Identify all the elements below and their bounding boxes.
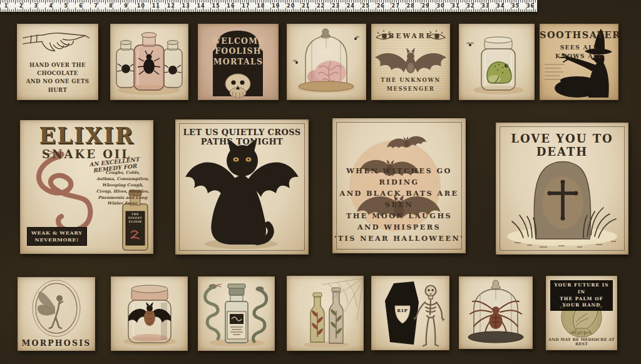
leaf-bottles-web-icon (287, 276, 364, 351)
palm-word-destiny: DESTINY (546, 331, 617, 335)
rip-shield-label: RIP (395, 308, 410, 313)
ruler-number: 1 (4, 3, 9, 9)
ruler-number: 5 (64, 3, 68, 9)
caption-line: AND NO ONE GETS HURT (17, 78, 98, 94)
panel-bats-moon: WHEN WITCHES GO RIDING AND BLACK BATS AR… (332, 118, 466, 253)
remedy-line: Asthma, Consumption, (94, 176, 151, 183)
love-caption: LOVE YOU TO DEATH (496, 132, 628, 158)
ruler-number: 29 (421, 3, 429, 9)
caption-line: THE MOON LAUGHS (332, 210, 466, 221)
elixir-bottle-label: THE FINEST ELIXIR (126, 213, 145, 225)
frog-jar-icon (459, 24, 535, 100)
badge-line: WEAK & WEARY (31, 230, 83, 236)
cat-caption: LET US QUIETLY CROSS PATHS TONIGHT (175, 128, 309, 146)
ruler-number: 35 (511, 3, 520, 9)
caption-line: WHEN WITCHES GO RIDING (332, 165, 466, 188)
panel-hand-over-chocolate: HAND OVER THE CHOCOLATE AND NO ONE GETS … (17, 24, 98, 100)
panel-botanical-bottles (287, 276, 364, 351)
ruler-number: 26 (377, 3, 385, 9)
coffin-skeleton-icon (371, 276, 449, 350)
ruler-number: 9 (124, 3, 128, 9)
ruler-number: 18 (257, 3, 265, 9)
morphosis-caption: MORPHOSIS (18, 338, 95, 348)
ruler-number: 22 (317, 3, 325, 9)
caption-line: AND BLACK BATS ARE SEEN (332, 188, 466, 210)
ruler-number: 25 (362, 3, 370, 9)
soothsayer-caption: SEES ALL KNOWS ALL (540, 43, 618, 61)
panel-winged-cat: LET US QUIETLY CROSS PATHS TONIGHT (175, 119, 309, 255)
elixir-title: ELIXIR (20, 123, 153, 148)
ruler-number: 15 (212, 3, 220, 9)
palm-footer: AND MAY BE MEDIOCRE AT BEST (546, 337, 617, 346)
remedy-line: Croup, Hives, Measles, (94, 189, 151, 195)
beware-title: BEWARE (371, 32, 450, 39)
caption-line: MESSENGER (371, 85, 450, 93)
ruler-number: 28 (407, 3, 415, 9)
remedy-line: Pneumonia and Lung (94, 195, 151, 201)
insect-jars-icon (110, 24, 188, 100)
panel-spider-cloche (459, 276, 533, 349)
remedy-line: Whooping Cough, (94, 183, 151, 189)
ruler-number: 11 (152, 3, 160, 9)
ruler-number: 6 (79, 3, 83, 9)
remedy-line: Winter Fever. (94, 201, 151, 207)
ruler-number: 13 (182, 3, 190, 9)
ruler-number: 27 (392, 3, 400, 9)
soothsayer-title: SOOTHSAYER (540, 29, 618, 40)
brain-cloche-icon (287, 24, 366, 100)
ruler-number: 3 (34, 3, 39, 9)
measuring-ruler: 1234567891011121314151617181920212223242… (0, 0, 537, 12)
ruler-number: 20 (287, 3, 295, 9)
panel-morphosis: MORPHOSIS (18, 277, 95, 351)
ruler-number: 10 (137, 3, 145, 9)
ruler-number: 23 (332, 3, 340, 9)
ruler-number: 19 (272, 3, 280, 9)
ruler-number: 8 (109, 3, 113, 9)
ruler-number: 16 (227, 3, 235, 9)
ruler-number: 30 (436, 3, 444, 9)
ruler-number: 32 (466, 3, 474, 9)
panel-coffin-skeleton: RIP (371, 276, 449, 350)
panel-love-you-to-death: LOVE YOU TO DEATH (496, 123, 628, 255)
ruler-number: 31 (451, 3, 459, 9)
caption-line: CHOCOLATE (17, 69, 98, 78)
banner-line: YOUR FUTURE IS IN (550, 282, 613, 296)
skeleton-hand-icon (17, 26, 98, 63)
remedy-line: Coughs, Colds, (94, 170, 151, 176)
ruler-number: 24 (347, 3, 355, 9)
caption-line: AND WHISPERS (332, 221, 466, 233)
ruler-number: 21 (302, 3, 310, 9)
moon-caption: WHEN WITCHES GO RIDING AND BLACK BATS AR… (332, 165, 466, 244)
ruler-number: 4 (49, 3, 53, 9)
beware-caption: THE UNKNOWN MESSENGER (371, 76, 450, 93)
spider-cloche-icon (459, 276, 533, 349)
caption-line: HAND OVER THE (17, 61, 98, 69)
panel-brain-cloche (287, 24, 366, 100)
ruler-number: 36 (526, 3, 535, 9)
elixir-remedy-list: Coughs, Colds, Asthma, Consumption, Whoo… (94, 170, 151, 207)
ruler-number: 17 (242, 3, 250, 9)
panel-beware-bat: BEWARE THE UNKNOWN MESSENGER (371, 24, 450, 100)
ruler-number: 34 (496, 3, 505, 9)
ruler-number: 2 (19, 3, 24, 9)
badge-line: NEVERMORE! (31, 236, 83, 243)
panel-snakes-poison-bottle (198, 276, 275, 351)
caption-line: THE UNKNOWN (371, 76, 450, 84)
panel-frog-jar (459, 24, 535, 100)
caption-line: FOOLISH (198, 46, 279, 56)
caption-line: MORTALS (198, 57, 279, 67)
panel-palmistry: YOUR FUTURE IS IN THE PALM OF YOUR HAND … (546, 276, 617, 350)
caption-line: SEES ALL (540, 43, 618, 52)
ruler-number: 12 (167, 3, 175, 9)
panel-welcome-foolish-mortals: WELCOME FOOLISH MORTALS (198, 24, 279, 100)
bat-in-jar-icon (111, 276, 188, 351)
weak-weary-badge: WEAK & WEARY NEVERMORE! (27, 227, 87, 246)
caption-line: WELCOME (198, 36, 279, 46)
caption-line: KNOWS ALL (540, 52, 618, 61)
welcome-caption: WELCOME FOOLISH MORTALS (198, 36, 279, 67)
hand-caption: HAND OVER THE CHOCOLATE AND NO ONE GETS … (17, 61, 98, 94)
caption-line: 'TIS NEAR HALLOWEEN' (332, 233, 466, 244)
panel-soothsayer: SOOTHSAYER SEES ALL KNOWS ALL (540, 24, 618, 100)
snakes-and-bottle-icon (198, 276, 275, 351)
ruler-number: 14 (197, 3, 205, 9)
